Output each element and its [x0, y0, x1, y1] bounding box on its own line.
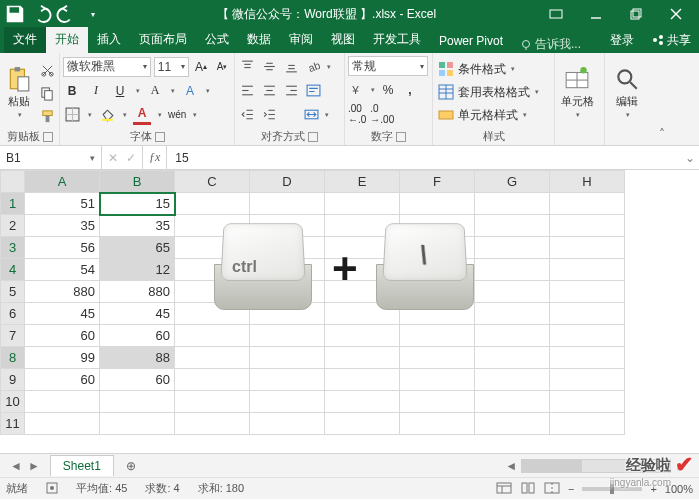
cell[interactable]: [100, 391, 175, 413]
collapse-ribbon-icon[interactable]: ˄: [653, 53, 671, 145]
login-button[interactable]: 登录: [610, 32, 634, 49]
confirm-edit-icon[interactable]: ✓: [126, 151, 136, 165]
tab-review[interactable]: 审阅: [280, 27, 322, 53]
tab-home[interactable]: 开始: [46, 27, 88, 53]
format-painter-button[interactable]: [38, 106, 56, 127]
cell[interactable]: 15: [100, 193, 175, 215]
row-header[interactable]: 10: [1, 391, 25, 413]
col-header-f[interactable]: F: [400, 171, 475, 193]
align-left-button[interactable]: [238, 80, 256, 101]
row-header[interactable]: 3: [1, 237, 25, 259]
editing-button[interactable]: 编辑▾: [608, 56, 646, 129]
cell[interactable]: 60: [25, 325, 100, 347]
cell[interactable]: 51: [25, 193, 100, 215]
tab-data[interactable]: 数据: [238, 27, 280, 53]
row-header[interactable]: 9: [1, 369, 25, 391]
expand-formula-icon[interactable]: ⌄: [681, 146, 699, 169]
macro-record-icon[interactable]: [46, 482, 58, 496]
cell[interactable]: 45: [25, 303, 100, 325]
percent-button[interactable]: %: [379, 79, 397, 100]
view-normal-icon[interactable]: [496, 482, 512, 496]
cell[interactable]: 880: [25, 281, 100, 303]
paste-button[interactable]: 粘贴 ▾: [3, 56, 35, 129]
sheet-nav-prev-icon[interactable]: ◄: [10, 459, 22, 473]
phonetic-button[interactable]: wén: [168, 104, 186, 125]
cell[interactable]: 65: [100, 237, 175, 259]
row-header[interactable]: 1: [1, 193, 25, 215]
font-launcher-icon[interactable]: [155, 132, 165, 142]
cell[interactable]: 12: [100, 259, 175, 281]
cell[interactable]: [25, 391, 100, 413]
cell[interactable]: 60: [25, 369, 100, 391]
share-button[interactable]: 共享: [652, 32, 691, 49]
increase-decimal-button[interactable]: .00←.0: [348, 103, 366, 124]
increase-indent-button[interactable]: [260, 104, 278, 125]
cell[interactable]: 880: [100, 281, 175, 303]
col-header-g[interactable]: G: [475, 171, 550, 193]
align-center-button[interactable]: [260, 80, 278, 101]
save-icon[interactable]: [4, 3, 26, 25]
align-right-button[interactable]: [282, 80, 300, 101]
sheet-nav-next-icon[interactable]: ►: [28, 459, 40, 473]
tab-file[interactable]: 文件: [4, 27, 46, 53]
col-header-c[interactable]: C: [175, 171, 250, 193]
merge-center-button[interactable]: [302, 104, 320, 125]
number-format-select[interactable]: 常规▾: [348, 56, 428, 76]
cell[interactable]: 99: [25, 347, 100, 369]
italic-button[interactable]: I: [87, 80, 105, 101]
copy-button[interactable]: [38, 83, 56, 104]
minimize-icon[interactable]: [577, 0, 615, 28]
row-header[interactable]: 2: [1, 215, 25, 237]
cell-styles-button[interactable]: 单元格样式▾: [436, 104, 551, 126]
cell[interactable]: 54: [25, 259, 100, 281]
font-size-select[interactable]: 11▾: [154, 57, 189, 77]
row-header[interactable]: 5: [1, 281, 25, 303]
cell[interactable]: 56: [25, 237, 100, 259]
worksheet-area[interactable]: A B C D E F G H 15115 23535 35665 45412 …: [0, 170, 699, 453]
close-icon[interactable]: [657, 0, 695, 28]
formula-input[interactable]: 15: [167, 146, 681, 169]
row-header[interactable]: 6: [1, 303, 25, 325]
font-art-button[interactable]: A: [146, 80, 164, 101]
cell[interactable]: 88: [100, 347, 175, 369]
redo-icon[interactable]: [56, 3, 78, 25]
tab-power-pivot[interactable]: Power Pivot: [430, 30, 512, 53]
font-effect-button[interactable]: A: [181, 80, 199, 101]
cell[interactable]: 35: [25, 215, 100, 237]
new-sheet-button[interactable]: ⊕: [120, 455, 142, 477]
col-header-e[interactable]: E: [325, 171, 400, 193]
decrease-font-button[interactable]: A▾: [213, 56, 231, 77]
name-box[interactable]: B1▾: [0, 146, 102, 169]
conditional-format-button[interactable]: 条件格式▾: [436, 58, 551, 80]
border-button[interactable]: [63, 104, 81, 125]
wrap-text-button[interactable]: [304, 80, 322, 101]
tab-formulas[interactable]: 公式: [196, 27, 238, 53]
cancel-edit-icon[interactable]: ✕: [108, 151, 118, 165]
cell[interactable]: 45: [100, 303, 175, 325]
col-header-h[interactable]: H: [550, 171, 625, 193]
bold-button[interactable]: B: [63, 80, 81, 101]
cut-button[interactable]: [38, 60, 56, 81]
col-header-d[interactable]: D: [250, 171, 325, 193]
decrease-decimal-button[interactable]: .0→.00: [370, 103, 394, 124]
sheet-tab-sheet1[interactable]: Sheet1: [50, 455, 114, 476]
row-header[interactable]: 11: [1, 413, 25, 435]
zoom-out-button[interactable]: −: [568, 483, 574, 495]
fx-icon[interactable]: ƒx: [143, 146, 167, 169]
col-header-a[interactable]: A: [25, 171, 100, 193]
ribbon-display-icon[interactable]: [537, 0, 575, 28]
orientation-button[interactable]: ab: [304, 56, 322, 77]
clipboard-launcher-icon[interactable]: [43, 132, 53, 142]
underline-button[interactable]: U: [111, 80, 129, 101]
tab-developer[interactable]: 开发工具: [364, 27, 430, 53]
select-all-corner[interactable]: [1, 171, 25, 193]
undo-icon[interactable]: [30, 3, 52, 25]
fill-color-button[interactable]: [98, 104, 116, 125]
tab-insert[interactable]: 插入: [88, 27, 130, 53]
align-bottom-button[interactable]: [282, 56, 300, 77]
alignment-launcher-icon[interactable]: [308, 132, 318, 142]
tell-me[interactable]: 告诉我...: [512, 36, 589, 53]
cell[interactable]: 60: [100, 325, 175, 347]
font-color-button[interactable]: A: [133, 104, 151, 125]
font-name-select[interactable]: 微软雅黑▾: [63, 57, 151, 77]
